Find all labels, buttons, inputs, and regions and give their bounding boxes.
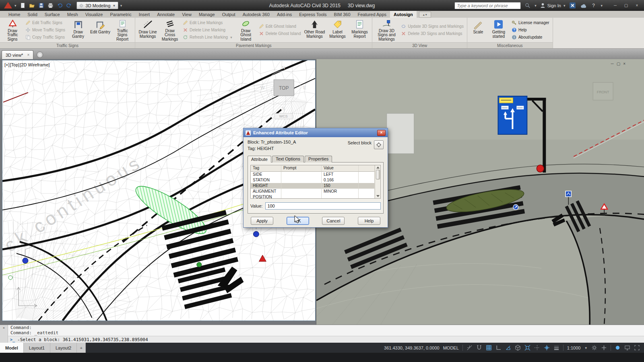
coordinates-readout[interactable]: 361.4330, 349.3637, 0.0000: [384, 346, 440, 350]
other-road-markings-button[interactable]: Other Road Markings: [303, 19, 326, 41]
viewport-visual-style-control[interactable]: [2D Wireframe]: [20, 62, 50, 67]
compass-north[interactable]: N: [282, 65, 285, 70]
column-header-value[interactable]: Value: [322, 165, 359, 172]
new-layout-icon[interactable]: +: [77, 343, 86, 353]
annotation-scale-control[interactable]: 1:1000: [567, 346, 581, 350]
about-update-button[interactable]: About/update: [512, 34, 549, 40]
tab-express-tools[interactable]: Express Tools: [295, 11, 330, 18]
model-tab[interactable]: Model: [0, 343, 24, 353]
plot-button[interactable]: [47, 2, 55, 9]
tab-autodesk-360[interactable]: Autodesk 360: [239, 11, 273, 18]
search-button[interactable]: [523, 2, 531, 9]
compass-east[interactable]: E: [303, 85, 306, 90]
column-header-prompt[interactable]: Prompt: [281, 165, 322, 172]
close-button[interactable]: ×: [632, 2, 642, 9]
dialog-titlebar[interactable]: Enhanced Attribute Editor ×: [244, 128, 388, 137]
draw-3d-signs-button[interactable]: Draw 3D Signs and Markings: [374, 19, 398, 41]
viewport-view-control[interactable]: [Top]: [10, 62, 20, 67]
move-traffic-signs-button[interactable]: Move Traffic Signs: [25, 27, 65, 33]
tab-autosign[interactable]: Autosign: [390, 11, 417, 18]
exchange-apps-button[interactable]: [568, 2, 576, 9]
scale-caret-icon[interactable]: ▾: [585, 346, 587, 350]
object-snap-icon[interactable]: [524, 345, 530, 351]
command-history[interactable]: Command: Command: _eattedit: [8, 325, 644, 336]
graphics-performance-icon[interactable]: [624, 345, 630, 351]
sign-in-button[interactable]: Sign In ▾: [540, 2, 566, 8]
help-button[interactable]: ?: [589, 2, 597, 9]
new-button[interactable]: [19, 2, 27, 9]
a360-button[interactable]: [579, 2, 587, 9]
ribbon-display-toggle[interactable]: ▴▾: [419, 12, 431, 18]
tab-home[interactable]: Home: [5, 11, 24, 18]
ok-button[interactable]: OK: [287, 217, 309, 225]
refresh-line-marking-button[interactable]: Refresh Line Marking▾: [183, 34, 233, 40]
layout2-tab[interactable]: Layout2: [50, 343, 77, 353]
tab-add-ins[interactable]: Add-ins: [273, 11, 295, 18]
table-row[interactable]: POSITION: [251, 194, 375, 198]
space-indicator[interactable]: MODEL: [443, 346, 459, 350]
delete-3d-signs-button[interactable]: Delete 3D Signs and Markings: [401, 31, 463, 37]
help-caret-icon[interactable]: ▾: [601, 4, 603, 8]
autocad-logo-icon[interactable]: [4, 2, 12, 8]
attribute-value-input[interactable]: [265, 202, 381, 210]
layout1-tab[interactable]: Layout1: [24, 343, 50, 353]
table-scrollbar[interactable]: [375, 165, 380, 198]
undo-button[interactable]: [56, 2, 64, 9]
delete-line-marking-button[interactable]: Delete Line Marking: [183, 27, 233, 33]
tab-surface[interactable]: Surface: [41, 11, 64, 18]
draw-cross-markings-button[interactable]: Draw Cross Markings: [159, 19, 180, 41]
drawing-minimize-icon[interactable]: ─: [611, 62, 614, 66]
scroll-up-icon[interactable]: [376, 167, 380, 169]
tab-output[interactable]: Output: [219, 11, 239, 18]
wcs-selector[interactable]: WCS: [279, 114, 288, 118]
command-input-line[interactable]: >_ -Select a block: 361.415031,349.34573…: [8, 336, 644, 343]
overhead-direction-sign[interactable]: [498, 96, 527, 134]
lineweight-icon[interactable]: [553, 345, 559, 351]
isolate-objects-icon[interactable]: [615, 345, 621, 351]
traffic-signs-report-button[interactable]: Traffic Signs Report: [112, 19, 133, 41]
viewcube-front-face[interactable]: FRONT: [597, 90, 609, 94]
table-row-selected[interactable]: HEIGHT 150: [251, 183, 375, 189]
tab-insert[interactable]: Insert: [135, 11, 154, 18]
draw-ghost-island-button[interactable]: Draw Ghost Island: [235, 19, 256, 41]
grid-icon[interactable]: [486, 345, 492, 351]
annotation-plus-icon[interactable]: [601, 345, 607, 351]
table-row[interactable]: ALIGNMENT MINOR: [251, 189, 375, 194]
table-row[interactable]: SIDE LEFT: [251, 172, 375, 177]
tab-mesh[interactable]: Mesh: [64, 11, 82, 18]
compass-west[interactable]: W: [260, 85, 265, 90]
tab-featured-apps[interactable]: Featured Apps: [354, 11, 390, 18]
file-tab-close-icon[interactable]: ×: [27, 53, 29, 57]
viewport-plus-control[interactable]: [+]: [4, 62, 10, 67]
drawing-restore-icon[interactable]: ▢: [617, 62, 620, 66]
qat-menu-caret-icon[interactable]: ▾: [120, 4, 122, 8]
minimize-button[interactable]: ─: [610, 2, 621, 9]
tab-text-options[interactable]: Text Options: [272, 156, 304, 162]
update-3d-signs-button[interactable]: Update 3D Signs and Markings: [401, 23, 463, 29]
tab-annotate[interactable]: Annotate: [153, 11, 178, 18]
panel-title-pavement-markings[interactable]: Pavement Markings: [135, 42, 372, 48]
file-tab-menu-icon[interactable]: [37, 51, 43, 58]
tab-bim-360[interactable]: BIM 360: [330, 11, 354, 18]
tab-solid[interactable]: Solid: [24, 11, 41, 18]
label-markings-button[interactable]: Label Markings: [327, 19, 348, 41]
scroll-down-icon[interactable]: [376, 195, 380, 197]
object-snap-tracking-icon[interactable]: [534, 345, 540, 351]
tab-view[interactable]: View: [178, 11, 195, 18]
redo-button[interactable]: [65, 2, 73, 9]
file-tab-3d-view[interactable]: 3D view* ×: [2, 50, 33, 59]
help-ribbon-button[interactable]: Help: [512, 27, 549, 33]
panel-title-3d-view[interactable]: 3D View: [372, 42, 466, 48]
tab-visualize[interactable]: Visualize: [82, 11, 107, 18]
markings-report-button[interactable]: Markings Report: [349, 19, 370, 41]
viewcube-top-face[interactable]: TOP: [279, 85, 289, 91]
save-button[interactable]: [37, 2, 45, 9]
panel-title-traffic-signs[interactable]: Traffic Signs: [0, 42, 135, 48]
viewcube-3d[interactable]: FRONT: [593, 82, 613, 100]
clean-screen-icon[interactable]: [634, 345, 640, 351]
polar-tracking-icon[interactable]: [505, 345, 511, 351]
edit-traffic-signs-button[interactable]: Edit Traffic Signs: [25, 20, 65, 26]
viewcube-2d[interactable]: N W E S TOP WCS: [260, 65, 306, 119]
getting-started-button[interactable]: Getting started: [488, 19, 509, 41]
restore-button[interactable]: ▢: [621, 2, 632, 9]
